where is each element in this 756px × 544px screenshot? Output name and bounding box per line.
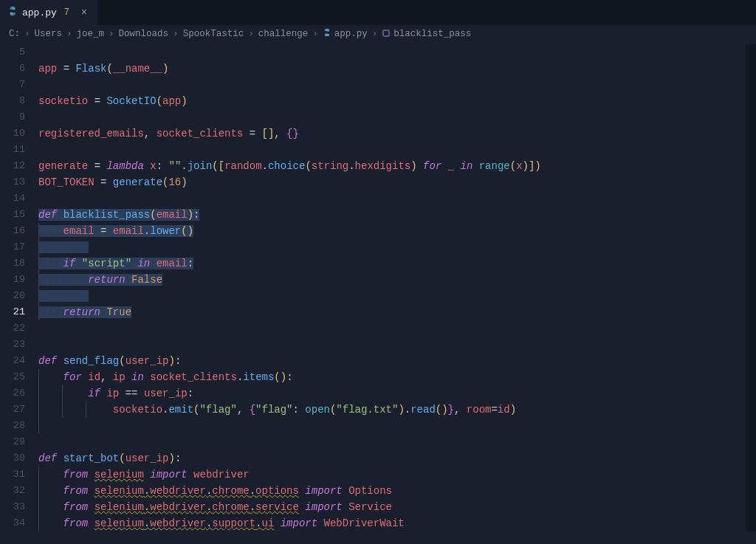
editor-tab[interactable]: app.py 7 × [0, 0, 97, 25]
svg-rect-2 [383, 30, 389, 36]
chevron-right-icon: › [66, 29, 72, 39]
breadcrumb-file[interactable]: app.py [334, 29, 368, 39]
symbol-function-icon [382, 29, 391, 40]
code-editor[interactable]: 5678910111213141516171819202122232425262… [0, 44, 756, 531]
breadcrumb-item[interactable]: SpookTastic [183, 29, 244, 39]
chevron-right-icon: › [312, 29, 318, 39]
breadcrumb-item[interactable]: challenge [258, 29, 309, 39]
breadcrumb-item[interactable]: Downloads [119, 29, 169, 39]
breadcrumb-symbol[interactable]: blacklist_pass [394, 29, 471, 39]
tab-modified-badge: 7 [64, 7, 69, 18]
chevron-right-icon: › [372, 29, 378, 39]
breadcrumb-item[interactable]: joe_m [77, 29, 105, 39]
chevron-right-icon: › [173, 29, 179, 39]
svg-point-1 [13, 14, 14, 15]
python-file-icon [7, 6, 18, 19]
breadcrumb: C: › Users › joe_m › Downloads › SpookTa… [0, 25, 756, 43]
python-file-icon [323, 28, 331, 40]
chevron-right-icon: › [24, 29, 30, 39]
svg-point-0 [11, 7, 12, 8]
tab-bar: app.py 7 × [0, 0, 756, 25]
chevron-right-icon: › [248, 29, 254, 39]
minimap-scrollbar[interactable] [746, 44, 756, 531]
tab-close-button[interactable]: × [78, 7, 90, 18]
tab-filename: app.py [22, 7, 57, 18]
chevron-right-icon: › [109, 29, 114, 39]
code-area[interactable]: app = Flask(__name__)socketio = SocketIO… [38, 44, 756, 531]
breadcrumb-item[interactable]: C: [9, 29, 20, 39]
breadcrumb-item[interactable]: Users [35, 29, 63, 39]
line-number-gutter[interactable]: 5678910111213141516171819202122232425262… [0, 44, 38, 531]
